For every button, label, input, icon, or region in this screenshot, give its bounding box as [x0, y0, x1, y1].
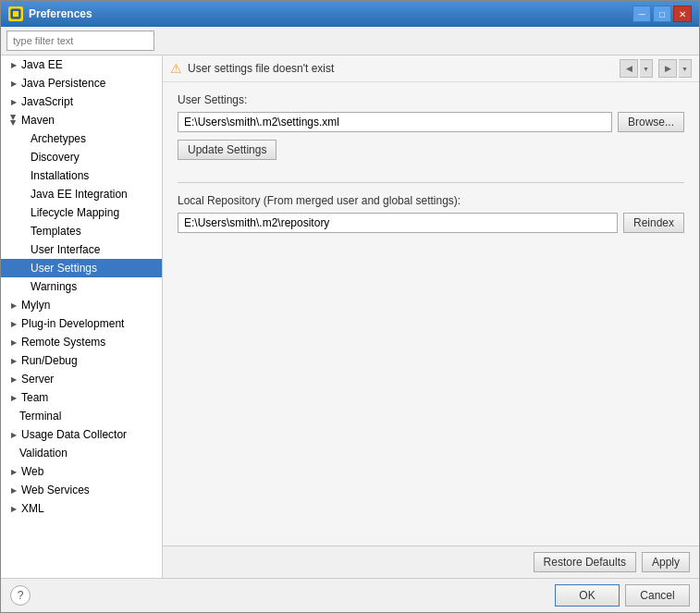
close-button[interactable]: ✕: [673, 6, 692, 22]
notification-bar: ⚠ User settings file doesn't exist ◀ ▼ ▶…: [163, 55, 699, 82]
tree-label-warnings: Warnings: [31, 280, 158, 293]
reindex-button[interactable]: Reindex: [623, 213, 684, 233]
restore-defaults-button[interactable]: Restore Defaults: [534, 552, 636, 572]
arrow-mylyn: [8, 300, 19, 311]
local-repo-path-input[interactable]: [178, 213, 618, 233]
tree-label-discovery: Discovery: [31, 151, 158, 164]
help-button[interactable]: ?: [10, 585, 31, 606]
tree-item-web-services[interactable]: Web Services: [1, 481, 162, 499]
tree-item-run-debug[interactable]: Run/Debug: [1, 351, 162, 370]
maximize-button[interactable]: □: [653, 6, 671, 22]
arrow-usage-data: [8, 429, 19, 440]
footer-actions: OK Cancel: [555, 584, 690, 607]
window-icon: [8, 6, 23, 21]
tree-item-terminal[interactable]: Terminal: [1, 407, 162, 425]
tree-item-lifecycle-mapping[interactable]: Lifecycle Mapping: [1, 203, 162, 222]
arrow-xml: [8, 503, 19, 514]
user-settings-input-row: Browse...: [178, 112, 684, 132]
tree-label-user-settings: User Settings: [31, 262, 158, 275]
tree-label-plugin-dev: Plug-in Development: [21, 317, 158, 330]
user-settings-path-input[interactable]: [178, 112, 612, 132]
update-settings-button[interactable]: Update Settings: [178, 140, 276, 160]
tree-label-installations: Installations: [31, 169, 158, 182]
tree-item-javascript[interactable]: JavaScript: [1, 92, 162, 111]
tree-label-user-interface: User Interface: [31, 243, 158, 256]
user-settings-section: User Settings: Browse... Update Settings: [178, 93, 684, 175]
warning-icon: ⚠: [170, 61, 182, 76]
settings-content: User Settings: Browse... Update Settings…: [163, 82, 699, 546]
section-separator: [178, 182, 684, 183]
tree-label-java-persistence: Java Persistence: [21, 77, 158, 90]
tree-item-java-persistence[interactable]: Java Persistence: [1, 74, 162, 92]
tree-item-plugin-dev[interactable]: Plug-in Development: [1, 314, 162, 333]
tree-panel: Java EE Java Persistence JavaScript ▶ Ma…: [1, 55, 163, 578]
tree-label-run-debug: Run/Debug: [21, 354, 158, 367]
local-repo-section: Local Repository (From merged user and g…: [178, 194, 684, 233]
apply-button[interactable]: Apply: [642, 552, 690, 572]
bottom-bar: Restore Defaults Apply: [163, 546, 699, 578]
tree-label-usage-data: Usage Data Collector: [21, 428, 158, 441]
tree-item-archetypes[interactable]: Archetypes: [1, 129, 162, 148]
tree-label-archetypes: Archetypes: [31, 132, 158, 145]
arrow-remote-systems: [8, 337, 19, 348]
user-settings-label: User Settings:: [178, 93, 684, 106]
tree-label-server: Server: [21, 373, 158, 386]
ok-button[interactable]: OK: [555, 584, 620, 607]
tree-item-java-ee-integration[interactable]: Java EE Integration: [1, 185, 162, 203]
arrow-javascript: [8, 96, 19, 107]
tree-label-xml: XML: [21, 502, 158, 515]
tree-item-web[interactable]: Web: [1, 462, 162, 481]
arrow-web: [8, 466, 19, 477]
tree-item-remote-systems[interactable]: Remote Systems: [1, 333, 162, 351]
tree-item-user-settings[interactable]: User Settings: [1, 259, 162, 277]
tree-item-validation[interactable]: Validation: [1, 444, 162, 462]
tree-label-java-ee: Java EE: [21, 58, 158, 71]
forward-dropdown[interactable]: ▼: [679, 59, 692, 78]
back-button[interactable]: ◀: [620, 59, 638, 78]
tree-label-javascript: JavaScript: [21, 95, 158, 108]
filter-bar: [1, 27, 699, 55]
arrow-team: [8, 392, 19, 403]
title-bar: Preferences ─ □ ✕: [1, 1, 699, 27]
back-dropdown[interactable]: ▼: [640, 59, 653, 78]
preferences-window: Preferences ─ □ ✕ Java EE J: [0, 0, 700, 613]
tree-label-web-services: Web Services: [21, 484, 158, 497]
arrow-java-persistence: [8, 78, 19, 89]
tree-item-mylyn[interactable]: Mylyn: [1, 296, 162, 314]
tree-item-warnings[interactable]: Warnings: [1, 277, 162, 296]
local-repo-input-row: Reindex: [178, 213, 684, 233]
tree-label-mylyn: Mylyn: [21, 299, 158, 312]
notification-text: User settings file doesn't exist: [188, 62, 614, 75]
nav-buttons: ◀ ▼ ▶ ▼: [620, 59, 692, 78]
tree-item-user-interface[interactable]: User Interface: [1, 240, 162, 259]
cancel-button[interactable]: Cancel: [625, 584, 690, 607]
window-controls: ─ □ ✕: [632, 6, 692, 22]
content-area: Java EE Java Persistence JavaScript ▶ Ma…: [1, 27, 699, 612]
footer-bar: ? OK Cancel: [1, 578, 699, 612]
arrow-plugin-dev: [8, 318, 19, 329]
filter-input[interactable]: [6, 31, 154, 51]
local-repo-label: Local Repository (From merged user and g…: [178, 194, 684, 207]
tree-item-usage-data[interactable]: Usage Data Collector: [1, 425, 162, 444]
arrow-maven: ▶: [8, 115, 19, 126]
main-split: Java EE Java Persistence JavaScript ▶ Ma…: [1, 55, 699, 578]
tree-label-lifecycle-mapping: Lifecycle Mapping: [31, 206, 158, 219]
browse-button[interactable]: Browse...: [618, 112, 684, 132]
arrow-run-debug: [8, 355, 19, 366]
tree-item-discovery[interactable]: Discovery: [1, 148, 162, 166]
tree-item-templates[interactable]: Templates: [1, 222, 162, 240]
tree-label-validation: Validation: [19, 447, 158, 460]
tree-label-team: Team: [21, 391, 158, 404]
tree-label-java-ee-integration: Java EE Integration: [31, 188, 158, 201]
arrow-web-services: [8, 484, 19, 496]
tree-item-server[interactable]: Server: [1, 370, 162, 388]
tree-item-java-ee[interactable]: Java EE: [1, 55, 162, 74]
tree-item-maven[interactable]: ▶ Maven: [1, 111, 162, 129]
tree-item-installations[interactable]: Installations: [1, 166, 162, 185]
forward-button[interactable]: ▶: [658, 59, 677, 78]
minimize-button[interactable]: ─: [632, 6, 651, 22]
tree-label-web: Web: [21, 465, 158, 478]
window-title: Preferences: [29, 7, 92, 20]
tree-item-xml[interactable]: XML: [1, 499, 162, 518]
tree-item-team[interactable]: Team: [1, 388, 162, 407]
